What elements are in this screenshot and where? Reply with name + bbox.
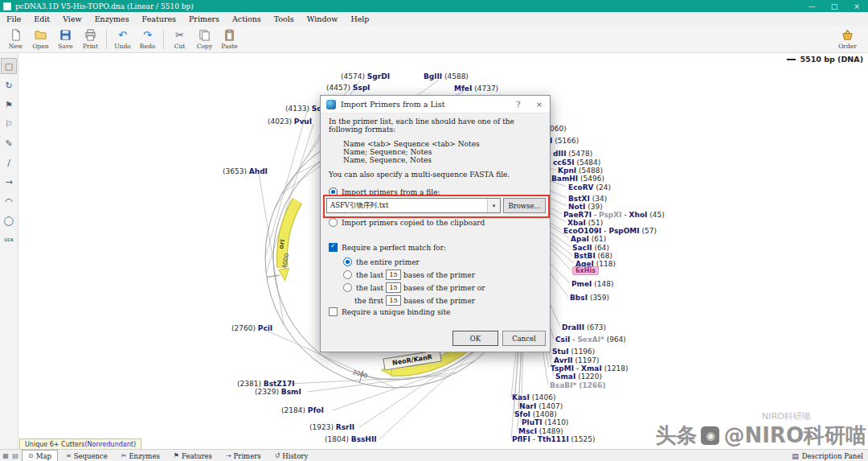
slash-tool[interactable]: ∕ — [1, 154, 17, 171]
cutters-selector-tab[interactable]: Unique 6+ Cutters (Nonredundant) — [19, 438, 141, 450]
last-bases-radio[interactable] — [343, 270, 352, 279]
enzyme-label-rsrii[interactable]: (1923) RsrII — [309, 423, 354, 431]
description-panel-toggle[interactable]: ▤Description Panel — [792, 452, 863, 460]
new-button[interactable]: New — [3, 29, 28, 50]
feature-tag-6xhis[interactable]: 6xHis — [572, 266, 599, 275]
dialog-title-bar[interactable]: Import Primers from a List ? × — [321, 96, 550, 113]
refresh-tool[interactable]: ↻ — [1, 77, 17, 93]
enzyme-label-nari[interactable]: NarI (1407) — [519, 402, 563, 410]
enzyme-label-ecoo109i[interactable]: EcoO109I - PspOMI (57) — [563, 227, 657, 235]
menu-features[interactable]: Features — [136, 14, 182, 24]
file-select-combo[interactable]: ASFV引物序列.txt ▾ — [326, 198, 501, 213]
ok-button[interactable]: OK — [452, 331, 498, 346]
enzyme-label-avrii[interactable]: AvrII (1197) — [554, 356, 599, 364]
enzyme-label-sfoi[interactable]: SfoI (1408) — [514, 410, 557, 418]
first-bases-input[interactable] — [386, 295, 401, 306]
enzyme-label-bsmi[interactable]: (2329) BsmI — [255, 388, 301, 396]
enzyme-label-bstbi[interactable]: BstBI (68) — [574, 252, 612, 260]
menu-edit[interactable]: Edit — [27, 14, 56, 24]
arc-tool[interactable]: ◠ — [1, 193, 17, 209]
paste-button[interactable]: Paste — [217, 29, 242, 50]
panel-layout-icon-2[interactable]: ▤ — [11, 452, 19, 459]
enzyme-label-bamhi[interactable]: BamHI (5496) — [551, 175, 604, 183]
menu-window[interactable]: Window — [301, 14, 345, 24]
menu-enzymes[interactable]: Enzymes — [88, 14, 136, 24]
menu-view[interactable]: View — [56, 14, 88, 24]
menu-help[interactable]: Help — [344, 14, 375, 24]
import-from-clipboard-radio[interactable] — [329, 218, 338, 227]
entire-primer-radio[interactable] — [343, 257, 352, 266]
codon-tool[interactable]: CCA — [1, 232, 17, 248]
last-bases-input[interactable] — [386, 270, 401, 280]
redo-button[interactable]: ↷Redo — [135, 29, 160, 50]
maximize-button[interactable]: □ — [823, 2, 845, 10]
last-or-first-input[interactable] — [386, 282, 401, 293]
print-button[interactable]: Print — [78, 29, 103, 50]
enzyme-label-pcii[interactable]: (2760) PciI — [231, 324, 272, 332]
flag-tool[interactable]: ⚑ — [1, 97, 17, 113]
enzyme-label-i[interactable]: I (5166) — [550, 137, 579, 145]
enzyme-label-bstxi[interactable]: BstXI (34) — [568, 195, 607, 203]
menu-primers[interactable]: Primers — [182, 14, 226, 24]
save-button[interactable]: Save — [53, 29, 78, 50]
enzyme-label-sspi[interactable]: (4457) SspI — [326, 84, 370, 92]
enzyme-label-pflfi[interactable]: PflFI - Tth111I (1525) — [512, 435, 596, 443]
open-button[interactable]: Open — [28, 29, 53, 50]
tab-sequence[interactable]: ≡Sequence — [60, 451, 113, 461]
dialog-close-button[interactable]: × — [529, 96, 550, 113]
enzyme-label-noti[interactable]: NotI (39) — [568, 203, 603, 211]
enzyme-label-draiii[interactable]: DraIII (673) — [562, 323, 606, 331]
import-from-file-radio[interactable] — [329, 187, 338, 196]
minimize-button[interactable]: — — [800, 2, 823, 10]
undo-button[interactable]: ↶Undo — [110, 29, 135, 50]
enzyme-label-kasi[interactable]: KasI (1406) — [512, 393, 556, 401]
unique-binding-checkbox[interactable] — [329, 307, 338, 316]
enzyme-label-pvui[interactable]: (4023) PvuI — [268, 117, 312, 126]
close-button[interactable]: × — [845, 2, 868, 10]
pencil-tool[interactable]: ✎ — [1, 135, 17, 151]
tab-map[interactable]: ⊙Map — [22, 450, 58, 461]
menu-tools[interactable]: Tools — [268, 14, 301, 24]
enzyme-label-csii[interactable]: CsiI - SexAI* (964) — [555, 335, 626, 344]
enzyme-label-bsabi[interactable]: BsaBI* (1266) — [550, 381, 606, 389]
enzyme-label-sgrdi[interactable]: (4574) SgrDI — [341, 72, 390, 80]
enzyme-label-ecorv[interactable]: EcoRV (24) — [568, 183, 611, 191]
browse-button[interactable]: Browse... — [503, 198, 546, 213]
menu-actions[interactable]: Actions — [226, 14, 268, 24]
enzyme-label-tspmi[interactable]: TspMI - XmaI (1218) — [551, 364, 628, 373]
enzyme-label-pluti[interactable]: PluTI (1410) — [522, 418, 568, 426]
enzyme-label-msci[interactable]: MscI (1489) — [518, 427, 563, 435]
enzyme-label-sacii[interactable]: SacII (64) — [572, 244, 609, 252]
enzyme-label-pmei[interactable]: PmeI (148) — [571, 280, 614, 288]
panel-layout-icon-1[interactable]: ▦ — [2, 452, 10, 459]
select-tool[interactable]: ▢ — [1, 58, 17, 74]
enzyme-label-stui[interactable]: StuI (1196) — [552, 348, 595, 356]
enzyme-label-bstz17i[interactable]: (2381) BstZ17I — [237, 380, 295, 388]
enzyme-label-kpni[interactable]: KpnI (5488) — [558, 167, 603, 175]
enzyme-label-cc65i[interactable]: cc65I (5484) — [553, 158, 600, 167]
enzyme-label-xbai[interactable]: XbaI (51) — [567, 219, 603, 227]
enzyme-label-pfoi[interactable]: (2184) PfoI — [281, 406, 324, 414]
perfect-match-checkbox[interactable] — [329, 243, 338, 252]
tab-primers[interactable]: →Primers — [220, 451, 267, 461]
tab-features[interactable]: ⚑Features — [168, 451, 218, 461]
circle-tool[interactable]: ◯ — [1, 212, 17, 228]
enzyme-label-fragment[interactable]: 060) — [550, 125, 567, 133]
enzyme-label-bbsi[interactable]: BbsI (359) — [570, 294, 609, 302]
enzyme-label-paer7i[interactable]: PaeR7I - PspXI - XhoI (45) — [563, 211, 665, 219]
last-or-first-radio[interactable] — [343, 283, 352, 292]
cancel-button[interactable]: Cancel — [502, 331, 546, 346]
combo-dropdown-icon[interactable]: ▾ — [487, 199, 500, 212]
enzyme-label-diii[interactable]: dIII (5478) — [553, 150, 592, 158]
cutters-mode-link[interactable]: (Nonredundant) — [84, 441, 136, 448]
cut-button[interactable]: ✂Cut — [167, 29, 192, 50]
arrow-tool[interactable]: → — [1, 174, 17, 190]
order-button[interactable]: Order — [835, 29, 860, 50]
enzyme-label-ahdi[interactable]: (3653) AhdI — [223, 167, 268, 175]
enzyme-label-mfei[interactable]: MfeI (4737) — [454, 84, 498, 93]
copy-button[interactable]: Copy — [192, 29, 217, 50]
enzyme-label-sc[interactable]: (4133) Sc — [285, 105, 321, 113]
dialog-help-button[interactable]: ? — [508, 96, 529, 113]
enzyme-label-apai[interactable]: ApaI (61) — [571, 235, 606, 243]
flag-outline-tool[interactable]: ⚐ — [1, 116, 17, 132]
